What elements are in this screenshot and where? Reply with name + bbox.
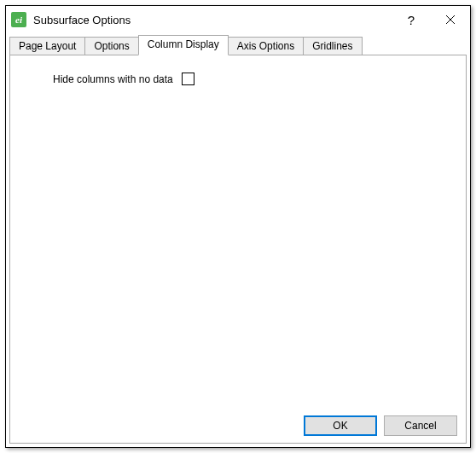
titlebar: ei Subsurface Options ? (6, 6, 470, 33)
tab-label: Options (94, 40, 129, 52)
tab-label: Axis Options (237, 40, 294, 52)
cancel-button[interactable]: Cancel (384, 415, 457, 436)
tab-page-layout[interactable]: Page Layout (9, 37, 85, 55)
button-bar: OK Cancel (304, 415, 457, 436)
window-title: Subsurface Options (33, 14, 131, 26)
tab-label: Column Display (148, 38, 219, 50)
titlebar-controls: ? (392, 6, 470, 33)
tab-gridlines[interactable]: Gridlines (303, 37, 362, 55)
tab-content: Hide columns with no data OK Cancel (9, 55, 467, 444)
tab-options[interactable]: Options (84, 37, 138, 55)
hide-columns-label: Hide columns with no data (53, 73, 173, 85)
tab-label: Page Layout (19, 40, 76, 52)
hide-columns-row: Hide columns with no data (53, 73, 449, 85)
help-button[interactable]: ? (392, 6, 431, 33)
tab-axis-options[interactable]: Axis Options (228, 37, 304, 55)
app-icon: ei (11, 12, 26, 27)
close-icon (445, 15, 456, 25)
tab-label: Gridlines (312, 40, 352, 52)
app-icon-letter: ei (15, 15, 22, 25)
tab-column-display[interactable]: Column Display (138, 35, 229, 55)
tab-strip: Page Layout Options Column Display Axis … (6, 35, 470, 55)
dialog-window: ei Subsurface Options ? Page Layout Opti… (5, 5, 471, 448)
ok-button-label: OK (333, 420, 347, 432)
ok-button[interactable]: OK (304, 415, 377, 436)
cancel-button-label: Cancel (404, 420, 436, 432)
close-button[interactable] (431, 6, 470, 33)
hide-columns-checkbox[interactable] (182, 73, 194, 85)
